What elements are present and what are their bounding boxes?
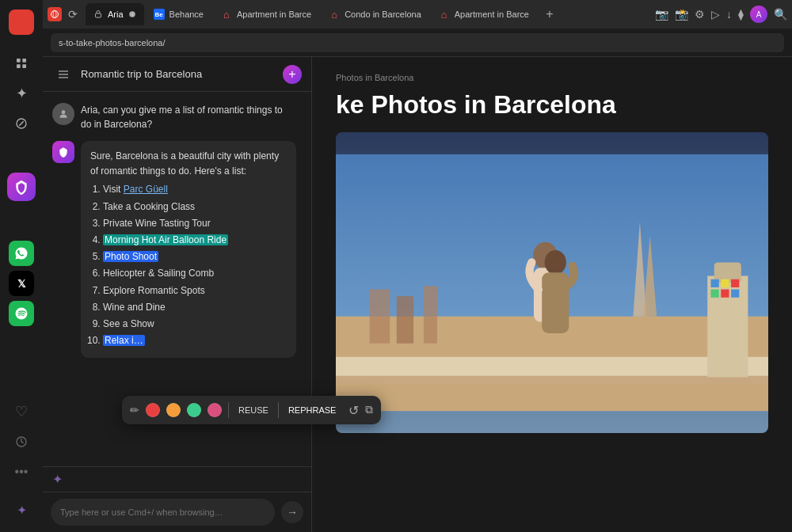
more-options-icon[interactable]: ••• bbox=[9, 459, 34, 484]
tab-airbnb3[interactable]: ⌂ Apartment in Barce bbox=[431, 3, 537, 25]
rotate-icon[interactable]: ↺ bbox=[348, 403, 359, 418]
svg-rect-4 bbox=[17, 64, 21, 68]
tab-aria[interactable]: Aria i bbox=[86, 3, 144, 25]
color-green[interactable] bbox=[187, 403, 201, 417]
airbnb-favicon-3: ⌂ bbox=[439, 9, 450, 20]
pencil-icon[interactable]: ✏ bbox=[130, 404, 139, 416]
spotify-icon[interactable] bbox=[9, 301, 34, 326]
url-input[interactable] bbox=[51, 33, 784, 52]
opera-logo[interactable] bbox=[9, 10, 34, 35]
security-icon: i bbox=[128, 10, 136, 18]
tab-airbnb1[interactable]: ⌂ Apartment in Barce bbox=[213, 3, 319, 25]
svg-rect-37 bbox=[710, 290, 718, 298]
svg-rect-30 bbox=[336, 357, 768, 378]
extensions-icon[interactable]: ✦ bbox=[9, 81, 34, 106]
twitter-icon[interactable]: 𝕏 bbox=[9, 271, 34, 296]
user-avatar[interactable]: A bbox=[750, 6, 767, 23]
magic-wand-icon[interactable]: ✦ bbox=[9, 497, 34, 522]
airbnb-favicon-1: ⌂ bbox=[221, 9, 232, 20]
camera-icon[interactable]: 📸 bbox=[675, 8, 688, 21]
screenshot-icon[interactable]: 📷 bbox=[655, 8, 668, 21]
aria-send-button[interactable]: → bbox=[281, 501, 303, 523]
user-message: Aria, can you give me a list of romantic… bbox=[52, 103, 302, 131]
rephrase-button[interactable]: REPHRASE bbox=[285, 404, 340, 416]
whatsapp-icon[interactable] bbox=[9, 241, 34, 266]
svg-text:i: i bbox=[131, 12, 132, 17]
list-item-4: Morning Hot Air Balloon Ride bbox=[103, 233, 287, 248]
svg-point-10 bbox=[51, 11, 59, 18]
aria-bottom-nav: ✦ bbox=[43, 466, 311, 492]
download-icon[interactable]: ↓ bbox=[726, 8, 732, 21]
extensions-icon[interactable]: ⧫ bbox=[738, 8, 744, 21]
history-icon[interactable] bbox=[9, 429, 34, 454]
reload-button[interactable]: ⟳ bbox=[68, 8, 78, 21]
new-tab-button[interactable]: + bbox=[540, 5, 559, 24]
tab-bar: ⟳ Aria i Be Behance ⌂ Apartment in Barce… bbox=[43, 0, 792, 28]
aria-chat-input[interactable] bbox=[51, 499, 275, 526]
new-tab-icon[interactable] bbox=[9, 51, 34, 76]
svg-rect-22 bbox=[397, 296, 413, 344]
aria-sidebar-icon[interactable] bbox=[7, 173, 36, 201]
tab-aria-label: Aria bbox=[108, 10, 124, 19]
airbnb-favicon-2: ⌂ bbox=[329, 9, 340, 20]
highlight-photo-shoot: Photo Shoot bbox=[103, 251, 158, 262]
svg-rect-5 bbox=[22, 64, 26, 68]
hamburger-menu[interactable] bbox=[52, 63, 74, 86]
svg-point-0 bbox=[16, 17, 28, 28]
aria-panel: Romantic trip to Barcelona + Aria, can y… bbox=[43, 57, 312, 532]
user-avatar-chat bbox=[52, 103, 74, 125]
aria-input-area: → bbox=[43, 492, 311, 532]
color-orange[interactable] bbox=[166, 403, 181, 417]
svg-rect-21 bbox=[370, 290, 390, 344]
web-page: Photos in Barcelona ke Photos in Barcelo… bbox=[312, 57, 792, 532]
browser-search-icon[interactable]: 🔍 bbox=[774, 8, 787, 21]
svg-rect-23 bbox=[424, 286, 437, 344]
list-item-9: See a Show bbox=[103, 317, 287, 332]
compass-icon[interactable] bbox=[9, 111, 34, 136]
toolbar-divider bbox=[228, 402, 229, 418]
opera-button[interactable] bbox=[48, 7, 62, 21]
aria-response-intro: Sure, Barcelona is a beautiful city with… bbox=[90, 150, 279, 177]
aria-magic-icon[interactable]: ✦ bbox=[52, 472, 63, 487]
web-content: Photos in Barcelona ke Photos in Barcelo… bbox=[312, 57, 792, 532]
aria-panel-title: Romantic trip to Barcelona bbox=[81, 68, 276, 80]
list-item-7: Explore Romantic Spots bbox=[103, 283, 287, 298]
svg-marker-7 bbox=[19, 121, 23, 125]
highlight-balloon-ride: Morning Hot Air Balloon Ride bbox=[103, 234, 228, 245]
svg-rect-38 bbox=[721, 290, 729, 298]
svg-rect-29 bbox=[542, 272, 569, 333]
aria-panel-header: Romantic trip to Barcelona + bbox=[43, 57, 311, 92]
tab-controls: ⟳ bbox=[48, 7, 78, 21]
list-item-1: Visit Parc Güell bbox=[103, 182, 287, 197]
copy-icon[interactable]: ⧉ bbox=[365, 403, 373, 418]
lock-icon bbox=[93, 10, 103, 19]
svg-point-1 bbox=[18, 17, 25, 28]
sidebar: ✦ 𝕏 ♡ ••• ✦ bbox=[0, 0, 43, 532]
favorites-icon[interactable]: ♡ bbox=[9, 399, 34, 424]
reuse-button[interactable]: REUSE bbox=[235, 404, 272, 416]
color-red[interactable] bbox=[146, 403, 160, 417]
play-icon[interactable]: ▷ bbox=[711, 8, 720, 21]
parc-guell-link[interactable]: Parc Güell bbox=[124, 184, 168, 195]
aria-response-bubble: Sure, Barcelona is a beautiful city with… bbox=[81, 141, 296, 358]
svg-rect-2 bbox=[17, 59, 21, 63]
color-pink[interactable] bbox=[208, 403, 222, 417]
settings-icon[interactable]: ⚙ bbox=[695, 8, 705, 21]
svg-rect-34 bbox=[710, 279, 718, 287]
tab-airbnb2[interactable]: ⌂ Condo in Barcelona bbox=[321, 3, 429, 25]
main-content: Romantic trip to Barcelona + Aria, can y… bbox=[43, 57, 792, 532]
barcelona-image-svg bbox=[336, 132, 768, 433]
svg-point-11 bbox=[53, 11, 56, 18]
tab-airbnb3-label: Apartment in Barce bbox=[455, 10, 529, 19]
tab-behance-label: Behance bbox=[169, 10, 204, 19]
tab-airbnb2-label: Condo in Barcelona bbox=[345, 10, 421, 19]
list-item-2: Take a Cooking Class bbox=[103, 200, 287, 215]
tab-behance[interactable]: Be Behance bbox=[146, 3, 211, 25]
web-breadcrumb: Photos in Barcelona bbox=[336, 73, 768, 82]
toolbar-divider-2 bbox=[278, 402, 279, 418]
list-item-3: Private Wine Tasting Tour bbox=[103, 216, 287, 231]
web-page-title: ke Photos in Barcelona bbox=[336, 90, 768, 120]
svg-rect-39 bbox=[731, 290, 739, 298]
svg-rect-35 bbox=[721, 279, 729, 287]
aria-new-chat-button[interactable]: + bbox=[283, 65, 302, 84]
